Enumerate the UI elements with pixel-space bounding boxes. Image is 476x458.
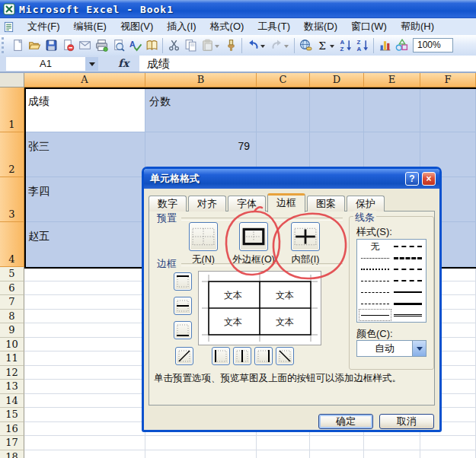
cell[interactable] — [24, 281, 145, 296]
row-header[interactable]: 13 — [0, 380, 24, 394]
formula-input[interactable]: 成绩 — [139, 56, 476, 72]
cell[interactable] — [420, 450, 476, 458]
row-header[interactable]: 18 — [0, 450, 24, 458]
copy-button[interactable] — [182, 37, 199, 54]
line-style-option[interactable] — [392, 287, 423, 297]
line-style-option[interactable] — [359, 264, 391, 275]
menu-item[interactable]: 视图(V) — [113, 18, 160, 35]
line-style-option[interactable] — [359, 287, 391, 297]
dialog-tab[interactable]: 图案 — [307, 196, 345, 212]
chevron-down-icon[interactable] — [412, 341, 426, 356]
cell[interactable] — [310, 436, 364, 450]
menu-item[interactable]: 编辑(E) — [67, 18, 113, 35]
menu-item[interactable]: 窗口(W) — [344, 18, 394, 35]
cell[interactable] — [24, 422, 145, 437]
line-style-option[interactable]: 无 — [359, 241, 391, 252]
column-header[interactable]: A — [24, 73, 145, 87]
cell[interactable] — [310, 87, 364, 132]
cut-button[interactable] — [165, 37, 182, 54]
row-header[interactable]: 8 — [0, 310, 24, 324]
border-bottom-button[interactable] — [174, 321, 192, 339]
cancel-button[interactable]: 取消 — [379, 414, 434, 429]
mail-button[interactable] — [76, 37, 93, 54]
cell[interactable] — [24, 338, 145, 352]
ok-button[interactable]: 确定 — [318, 414, 373, 429]
border-inner-vertical-button[interactable] — [233, 347, 251, 365]
menu-item[interactable]: 工具(T) — [251, 18, 297, 35]
help-button[interactable]: ? — [405, 172, 419, 186]
research-button[interactable] — [143, 37, 160, 54]
redo-button[interactable] — [268, 37, 292, 54]
toolbar-drag-handle[interactable] — [2, 37, 8, 53]
fx-icon[interactable]: fx — [118, 57, 129, 69]
line-style-listbox[interactable]: 无 — [356, 239, 426, 323]
cell[interactable]: 赵五 — [24, 222, 145, 267]
row-header[interactable]: 5 — [0, 267, 24, 281]
row-header[interactable]: 3 — [0, 177, 24, 222]
border-diagonal-down-button[interactable] — [276, 347, 294, 365]
cell[interactable] — [364, 436, 420, 450]
menu-item[interactable]: 插入(I) — [160, 18, 203, 35]
save-button[interactable] — [43, 37, 59, 54]
cell[interactable] — [420, 87, 476, 132]
cell[interactable] — [24, 366, 145, 380]
row-header[interactable]: 2 — [0, 132, 24, 177]
border-diagonal-up-button[interactable] — [175, 347, 193, 365]
sort-descending-button[interactable]: ZA — [354, 37, 371, 54]
border-preview[interactable]: 文本 文本 文本 文本 — [198, 271, 321, 345]
line-style-option[interactable] — [392, 298, 423, 309]
zoom-input[interactable]: 100% — [413, 38, 453, 52]
column-header[interactable]: C — [257, 73, 310, 87]
close-icon[interactable]: × — [422, 172, 436, 186]
row-header[interactable]: 11 — [0, 351, 24, 366]
line-style-option[interactable] — [359, 275, 391, 286]
line-style-option[interactable] — [392, 241, 423, 252]
insert-hyperlink-button[interactable] — [297, 37, 314, 54]
menu-item[interactable]: 数据(D) — [297, 18, 344, 35]
name-box-dropdown-icon[interactable] — [85, 57, 98, 71]
cell[interactable] — [24, 408, 145, 422]
spelling-button[interactable]: A — [126, 37, 143, 54]
row-header[interactable]: 10 — [0, 338, 24, 352]
cell[interactable] — [24, 380, 145, 394]
dialog-title-bar[interactable]: 单元格格式 — [144, 169, 439, 189]
cell[interactable] — [364, 450, 420, 458]
column-header[interactable]: D — [310, 73, 364, 87]
cell[interactable]: 李四 — [24, 177, 145, 222]
column-header[interactable]: E — [364, 73, 420, 87]
row-header[interactable]: 12 — [0, 366, 24, 380]
cell[interactable] — [145, 450, 257, 458]
redo-dropdown-arrow[interactable] — [283, 40, 289, 52]
row-header[interactable]: 1 — [0, 87, 24, 132]
line-style-option[interactable] — [359, 298, 391, 309]
cell[interactable] — [24, 351, 145, 366]
cell[interactable] — [24, 310, 145, 324]
menu-item[interactable]: 文件(F) — [21, 18, 67, 35]
border-left-button[interactable] — [212, 347, 230, 365]
cell[interactable]: 成绩 — [24, 87, 145, 132]
preset-inside-button[interactable] — [291, 222, 320, 251]
cell[interactable] — [310, 450, 364, 458]
print-preview-button[interactable] — [110, 37, 126, 54]
line-style-option[interactable] — [392, 310, 423, 320]
autosum-dropdown-arrow[interactable] — [329, 40, 335, 52]
undo-dropdown-arrow[interactable] — [260, 40, 266, 52]
column-header[interactable]: B — [145, 73, 257, 87]
border-top-button[interactable] — [174, 272, 192, 291]
format-painter-button[interactable] — [222, 37, 239, 54]
preset-none-button[interactable] — [189, 222, 218, 251]
autosum-button[interactable]: Σ — [314, 37, 337, 54]
color-dropdown[interactable]: 自动 — [356, 340, 426, 357]
open-button[interactable] — [26, 37, 43, 54]
name-box[interactable]: A1 — [6, 57, 85, 71]
cell[interactable] — [24, 394, 145, 409]
row-header[interactable]: 4 — [0, 222, 24, 267]
border-right-button[interactable] — [254, 347, 273, 365]
undo-button[interactable] — [244, 37, 268, 54]
paste-dropdown-arrow[interactable] — [214, 40, 220, 52]
row-header[interactable]: 15 — [0, 408, 24, 422]
cell[interactable] — [24, 323, 145, 338]
new-document-button[interactable] — [9, 37, 26, 54]
line-style-option[interactable] — [392, 264, 423, 275]
menu-item[interactable]: 帮助(H) — [394, 18, 441, 35]
